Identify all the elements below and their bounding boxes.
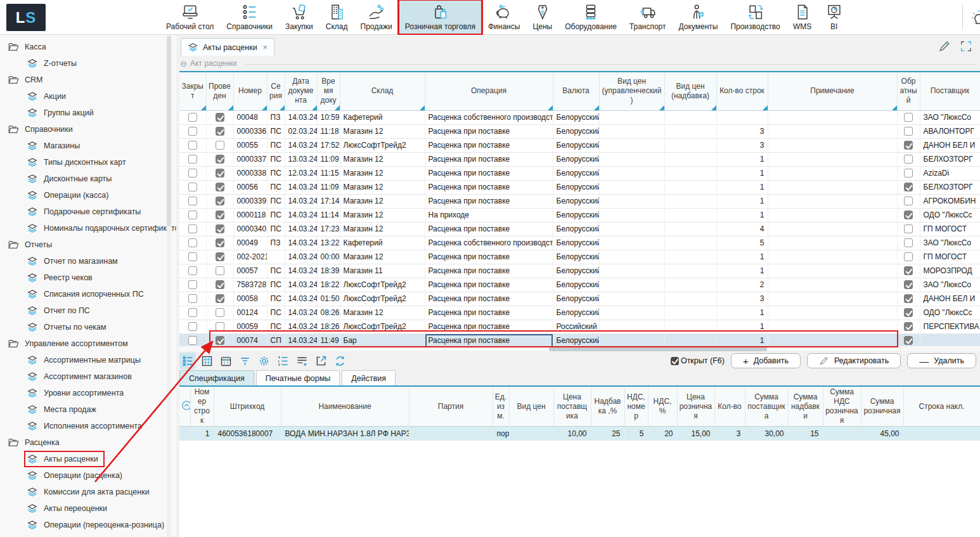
tree-folder[interactable]: CRM bbox=[0, 72, 165, 88]
cell-number[interactable]: 00048 bbox=[233, 110, 267, 124]
column-header[interactable]: Кол-во bbox=[714, 387, 745, 427]
cell-lines[interactable]: 1 bbox=[716, 333, 768, 347]
checkbox-checked-icon[interactable] bbox=[216, 238, 224, 247]
column-header[interactable]: Сумма НДС розничная bbox=[823, 387, 861, 427]
checkbox-unchecked-icon[interactable] bbox=[188, 308, 197, 317]
checkbox-unchecked-icon[interactable] bbox=[188, 294, 197, 303]
column-header[interactable]: НДС, % bbox=[648, 387, 677, 427]
column-header[interactable]: Сумма розничная bbox=[861, 387, 903, 427]
cell-operation[interactable]: Расценка при поставке bbox=[425, 166, 553, 180]
table-row[interactable]: 00074СП14.03.2411:49БарРасценка при пост… bbox=[179, 333, 980, 347]
cell-currency[interactable]: Белорусский bbox=[553, 236, 599, 250]
column-header[interactable]: Операция bbox=[425, 72, 553, 110]
column-header[interactable]: Обратный bbox=[897, 72, 920, 110]
assistant-bulb-icon[interactable] bbox=[970, 9, 980, 27]
tree-item[interactable]: Группы акций bbox=[0, 105, 165, 121]
cell-date[interactable]: 14.03.24 bbox=[285, 194, 317, 208]
tree-item[interactable]: Номиналы подарочных сертификатов bbox=[0, 220, 165, 236]
cell-note[interactable] bbox=[768, 333, 897, 347]
edit-pencil-icon[interactable] bbox=[938, 40, 951, 53]
cell-price_type_markup[interactable] bbox=[664, 194, 716, 208]
cell-series[interactable] bbox=[267, 250, 285, 264]
column-header[interactable]: Сумма надбавки bbox=[788, 387, 823, 427]
cell-lines[interactable]: 3 bbox=[716, 138, 768, 152]
cell-time[interactable]: 18:22 bbox=[317, 278, 340, 292]
cell-date[interactable]: 14.03.24 bbox=[285, 110, 317, 124]
checkbox-checked-icon[interactable] bbox=[904, 183, 913, 191]
cell-closed[interactable] bbox=[179, 306, 206, 320]
tree-item[interactable]: Акты переоценки bbox=[0, 500, 165, 517]
cell-supplier[interactable]: ДАНОН БЕЛ И bbox=[920, 138, 980, 152]
spec-cell[interactable] bbox=[509, 427, 553, 441]
cell-series[interactable]: ПС bbox=[267, 278, 285, 292]
cell-price_type_mgmt[interactable] bbox=[599, 306, 664, 320]
tree-folder[interactable]: Справочники bbox=[0, 121, 165, 138]
cell-reverse[interactable] bbox=[897, 278, 920, 292]
checkbox-unchecked-icon[interactable] bbox=[904, 197, 913, 205]
cell-price_type_markup[interactable] bbox=[664, 180, 716, 194]
cell-time[interactable]: 10:59 bbox=[317, 110, 340, 124]
column-header[interactable]: Номер строк bbox=[190, 387, 214, 427]
toolbar-item-equipment[interactable]: Оборудование bbox=[558, 0, 623, 34]
column-header[interactable]: Дата документа bbox=[285, 72, 317, 110]
checkbox-unchecked-icon[interactable] bbox=[188, 113, 197, 122]
view-button-table-grid[interactable] bbox=[198, 353, 215, 369]
tree-item[interactable]: Отчет по ПС bbox=[0, 302, 165, 319]
toolbar-item-documents[interactable]: Документы bbox=[673, 0, 725, 34]
cell-date[interactable]: 14.03.24 bbox=[285, 138, 317, 152]
cell-currency[interactable]: Белорусский bbox=[553, 292, 599, 306]
checkbox-unchecked-icon[interactable] bbox=[188, 210, 197, 219]
cell-note[interactable] bbox=[768, 278, 897, 292]
checkbox-checked-icon[interactable] bbox=[216, 294, 224, 303]
cell-currency[interactable]: Белорусский bbox=[553, 180, 599, 194]
cell-price_type_markup[interactable] bbox=[664, 264, 716, 278]
table-row[interactable]: 00057ПС14.03.2418:39Магазин 11Расценка п… bbox=[179, 264, 980, 278]
cell-price_type_mgmt[interactable] bbox=[599, 194, 664, 208]
detail-tab-2[interactable]: Печатные формы bbox=[256, 370, 340, 385]
table-row[interactable]: 00048ПЗ14.03.2410:59КафетерийРасценка со… bbox=[179, 110, 980, 124]
cell-posted[interactable] bbox=[206, 236, 233, 250]
spec-cell[interactable]: 25 bbox=[591, 427, 624, 441]
cell-time[interactable]: 18:26 bbox=[317, 320, 340, 333]
cell-series[interactable]: ПС bbox=[267, 208, 285, 222]
cell-closed[interactable] bbox=[179, 180, 206, 194]
cell-lines[interactable]: 1 bbox=[716, 250, 768, 264]
table-row[interactable]: 7583728ПС14.03.2418:22ЛюксСофтТрейд2Расц… bbox=[179, 278, 980, 292]
checkbox-checked-icon[interactable] bbox=[216, 252, 224, 261]
table-row[interactable]: 0000339ПС14.03.2417:14Магазин 12Расценка… bbox=[179, 194, 980, 208]
table-row[interactable]: 00056ПС14.03.2411:09Магазин 12Расценка п… bbox=[179, 180, 980, 194]
cell-reverse[interactable] bbox=[897, 250, 920, 264]
cell-reverse[interactable] bbox=[897, 152, 920, 166]
column-header[interactable]: Закрыт bbox=[179, 72, 206, 110]
cell-price_type_markup[interactable] bbox=[664, 110, 716, 124]
column-header[interactable]: Штрихкод bbox=[214, 387, 281, 427]
cell-series[interactable]: ПС bbox=[267, 292, 285, 306]
cell-supplier[interactable]: ЗАО "ЛюксСо bbox=[920, 110, 980, 124]
cell-warehouse[interactable]: Магазин 12 bbox=[340, 152, 425, 166]
table-row[interactable]: 00059ПС14.03.2418:26ЛюксСофтТрейд2Расцен… bbox=[179, 320, 980, 333]
spec-cell[interactable] bbox=[903, 427, 980, 441]
cell-posted[interactable] bbox=[206, 222, 233, 236]
checkbox-unchecked-icon[interactable] bbox=[188, 238, 197, 247]
checkbox-unchecked-icon[interactable] bbox=[904, 238, 913, 247]
cell-warehouse[interactable]: Магазин 12 bbox=[340, 166, 425, 180]
sidebar-scrollbar-thumb[interactable] bbox=[167, 36, 171, 226]
cell-lines[interactable]: 1 bbox=[716, 208, 768, 222]
cell-series[interactable]: ПЗ bbox=[267, 236, 285, 250]
checkbox-checked-icon[interactable] bbox=[904, 308, 913, 317]
column-header[interactable]: Вид цен bbox=[509, 387, 553, 427]
cell-closed[interactable] bbox=[179, 138, 206, 152]
column-header[interactable]: Кол-во строк bbox=[716, 72, 768, 110]
cell-time[interactable]: 17:23 bbox=[317, 222, 340, 236]
cell-warehouse[interactable]: Кафетерий bbox=[340, 236, 425, 250]
cell-number[interactable]: 7583728 bbox=[233, 278, 267, 292]
cell-operation[interactable]: Расценка собственного производст bbox=[425, 110, 553, 124]
cell-closed[interactable] bbox=[179, 292, 206, 306]
table-row[interactable]: 0000336ПС02.03.2411:18Магазин 12Расценка… bbox=[179, 124, 980, 138]
cell-price_type_markup[interactable] bbox=[664, 152, 716, 166]
column-header[interactable]: Время доку bbox=[317, 72, 340, 110]
cell-series[interactable]: ПС bbox=[267, 320, 285, 333]
cell-warehouse[interactable]: Кафетерий bbox=[340, 110, 425, 124]
cell-reverse[interactable] bbox=[897, 236, 920, 250]
cell-series[interactable]: ПС bbox=[267, 152, 285, 166]
